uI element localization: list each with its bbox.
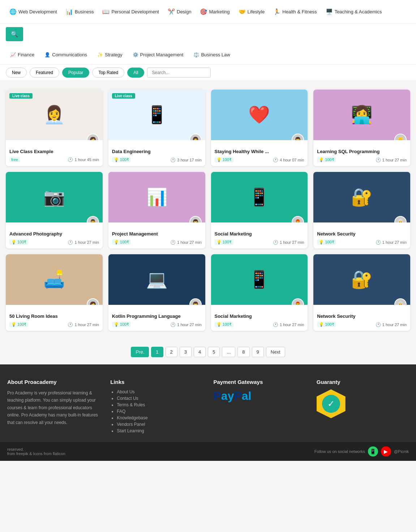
filter-bar: NewFeaturedPopularTop RatedAll: [0, 65, 416, 81]
course-card[interactable]: 📷 👨‍🦱 Advanced Photography 💡 100₹ 🕐 1 ho…: [6, 172, 103, 248]
course-duration: 🕐 1 hour 27 min: [68, 240, 99, 245]
filter-btn-new[interactable]: New: [6, 68, 27, 78]
course-duration: 🕐 4 hour 07 min: [273, 157, 304, 163]
course-meta: 💡 100₹ 🕐 3 hour 17 min: [112, 157, 202, 163]
course-card[interactable]: 📱 👨‍🦰 Social Marketing 💡 100₹ 🕐 1 hour 2…: [211, 254, 308, 331]
footer-link[interactable]: About Us: [117, 389, 202, 394]
course-card[interactable]: 📊 👨 Project Management 💡 100₹ 🕐 1 hour 2…: [108, 172, 205, 248]
course-info: Data Engineering 💡 100₹ 🕐 3 hour 17 min: [108, 140, 205, 166]
course-duration: 🕐 1 hour 27 min: [170, 240, 201, 245]
course-card[interactable]: 👩‍💻 👴 Learning SQL Programming 💡 100₹ 🕐 …: [313, 90, 410, 166]
course-thumbnail: 📊 👨: [108, 172, 205, 222]
course-card[interactable]: 🛋️ 👩 50 Living Room Ideas 💡 100₹ 🕐 1 hou…: [6, 254, 103, 331]
course-price: 💡 100₹: [215, 239, 233, 245]
course-thumbnail: ❤️ 👨: [211, 90, 308, 140]
pagination-prev[interactable]: Pre.: [131, 347, 149, 357]
pagination-page-2[interactable]: 2: [166, 347, 177, 357]
clock-icon: 🕐: [68, 322, 73, 327]
pagination-next[interactable]: Next: [266, 347, 285, 357]
filter-btn-popular[interactable]: Popular: [62, 68, 89, 78]
course-info: Advanced Photography 💡 100₹ 🕐 1 hour 27 …: [6, 222, 103, 248]
course-duration: 🕐 1 hour 27 min: [273, 322, 304, 327]
course-card[interactable]: 📱 👨‍🦰 Social Marketing 💡 100₹ 🕐 1 hour 2…: [211, 172, 308, 248]
youtube-icon[interactable]: ▶: [381, 446, 391, 457]
price-badge: 💡 100₹: [215, 322, 233, 327]
nav-item-health--fitness[interactable]: 🏃Health & Fitness: [270, 5, 320, 18]
search-input[interactable]: [147, 68, 211, 78]
course-card[interactable]: 💻 👨 Kotlin Programming Language 💡 100₹ 🕐…: [108, 254, 205, 331]
pagination-page-8[interactable]: 8: [237, 347, 249, 357]
footer: About Proacademy Pro Academy is very pro…: [0, 364, 416, 461]
price-badge: 💡 100₹: [317, 322, 336, 327]
clock-icon: 🕐: [273, 157, 278, 163]
course-title: 50 Living Room Ideas: [9, 313, 99, 319]
footer-about: About Proacademy Pro Academy is very pro…: [7, 379, 99, 435]
clock-icon: 🕐: [68, 157, 73, 162]
filter-btn-top-rated[interactable]: Top Rated: [92, 68, 124, 78]
filter-btn-featured[interactable]: Featured: [30, 68, 59, 78]
subnav-item-business-law[interactable]: ⚖️Business Law: [189, 50, 234, 60]
filter-btn-all[interactable]: All: [127, 68, 144, 78]
subnav-item-finance[interactable]: 📈Finance: [6, 50, 39, 60]
pagination-page-1[interactable]: 1: [151, 347, 163, 357]
pagination-page-3[interactable]: 3: [180, 347, 192, 357]
thumbnail-image: 📊: [108, 172, 205, 222]
subnav-item-strategy[interactable]: ✨Strategy: [93, 50, 126, 60]
course-thumbnail: 🔐 👩‍🦳: [313, 172, 410, 222]
footer-guaranty-title: Guaranty: [317, 379, 409, 385]
course-meta: 💡 100₹ 🕐 1 hour 27 min: [9, 239, 99, 245]
footer-about-title: About Proacademy: [7, 379, 99, 385]
course-thumbnail: 📱 Live class 👩‍🦱: [108, 90, 205, 140]
footer-link[interactable]: Start Learning: [117, 428, 202, 433]
whatsapp-icon[interactable]: 📱: [368, 446, 378, 457]
course-card[interactable]: 🔐 👩‍🦳 Network Security 💡 100₹ 🕐 1 hour 2…: [313, 254, 410, 331]
search-button[interactable]: 🔍: [6, 27, 23, 41]
pagination-page-...[interactable]: ...: [222, 347, 235, 357]
course-meta: 💡 100₹ 🕐 1 hour 27 min: [215, 322, 304, 327]
course-info: Social Marketing 💡 100₹ 🕐 1 hour 27 min: [211, 305, 308, 331]
course-price: 💡 100₹: [317, 239, 336, 245]
pagination-page-5[interactable]: 5: [208, 347, 220, 357]
social-icons: Follow us on social networks 📱 ▶ @Picmk: [314, 446, 409, 457]
course-thumbnail: 👩‍💼 Live class 👩: [6, 90, 103, 140]
course-info: Learning SQL Programming 💡 100₹ 🕐 1 hour…: [313, 140, 410, 166]
course-card[interactable]: 👩‍💼 Live class 👩 Live Class Example free…: [6, 90, 103, 166]
pagination-page-4[interactable]: 4: [194, 347, 206, 357]
nav-item-marketing[interactable]: 🎯Marketing: [196, 5, 233, 18]
course-meta: 💡 100₹ 🕐 1 hour 27 min: [317, 322, 407, 327]
course-card[interactable]: ❤️ 👨 Staying Healthy While ... 💡 100₹ 🕐 …: [211, 90, 308, 166]
footer-links: Links About UsContact UsTerms & RulesFAQ…: [110, 379, 202, 435]
course-meta: 💡 100₹ 🕐 1 hour 27 min: [317, 239, 407, 245]
nav-item-web-development[interactable]: 🌐Web Development: [6, 5, 61, 18]
footer-link[interactable]: FAQ: [117, 409, 202, 414]
nav-item-lifestyle[interactable]: 🤝Lifestyle: [235, 5, 269, 18]
thumbnail-image: 📱: [211, 172, 308, 222]
footer-link[interactable]: Contact Us: [117, 396, 202, 401]
course-meta: 💡 100₹ 🕐 1 hour 27 min: [112, 322, 202, 327]
price-badge: 💡 100₹: [9, 322, 28, 327]
course-thumbnail: 👩‍💻 👴: [313, 90, 410, 140]
nav-item-business[interactable]: 📊Business: [62, 5, 98, 18]
footer-bottom: reserved. from freepik & Icons from flat…: [0, 442, 416, 461]
subnav-item-project-management[interactable]: ⚙️Project Management: [128, 50, 188, 60]
footer-link[interactable]: Terms & Rules: [117, 402, 202, 407]
thumbnail-image: 👩‍💻: [313, 90, 410, 140]
course-price: free: [9, 157, 20, 162]
nav-item-design[interactable]: ✂️Design: [164, 5, 195, 18]
course-card[interactable]: 📱 Live class 👩‍🦱 Data Engineering 💡 100₹…: [108, 90, 205, 166]
nav-item-personal-development[interactable]: 📖Personal Development: [99, 5, 163, 18]
course-duration: 🕐 1 hour 27 min: [376, 157, 407, 163]
course-card[interactable]: 🔐 👩‍🦳 Network Security 💡 100₹ 🕐 1 hour 2…: [313, 172, 410, 248]
subnav-item-communications[interactable]: 👤Communications: [40, 50, 91, 60]
live-badge: Live class: [9, 93, 33, 99]
course-price: 💡 100₹: [112, 239, 131, 245]
price-badge: free: [9, 157, 20, 162]
clock-icon: 🕐: [376, 157, 381, 163]
course-meta: 💡 100₹ 🕐 1 hour 27 min: [9, 322, 99, 327]
course-thumbnail: 🔐 👩‍🦳: [313, 254, 410, 305]
footer-link[interactable]: Knowledgebase: [117, 415, 202, 420]
nav-item-teaching--academics[interactable]: 🖥️Teaching & Academics: [322, 5, 386, 18]
course-price: 💡 100₹: [317, 322, 336, 327]
footer-link[interactable]: Vendors Panel: [117, 422, 202, 427]
pagination-page-9[interactable]: 9: [252, 347, 264, 357]
